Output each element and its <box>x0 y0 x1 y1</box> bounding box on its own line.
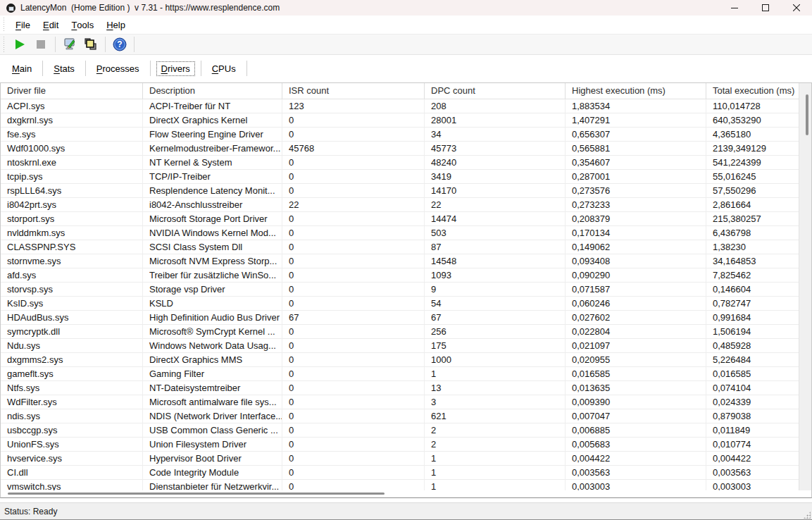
latencymon-window: LatencyMon (Home Edition ) v 7.31 - http… <box>0 0 812 520</box>
menu-edit[interactable]: Edit <box>37 16 65 34</box>
table-header-row: Driver file Description ISR count DPC co… <box>1 83 811 99</box>
table-row[interactable]: hvservice.sys Hypervisor Boot Driver 0 1… <box>1 452 799 466</box>
table-row[interactable]: vmswitch.sys Dienstanbieter für Netzwerk… <box>1 480 799 490</box>
table-row[interactable]: usbccgp.sys USB Common Class Generic ...… <box>1 423 799 438</box>
cell-dpc-count: 14548 <box>425 254 566 268</box>
column-header-driver-file[interactable]: Driver file <box>1 83 143 99</box>
cell-driver-file: storvsp.sys <box>1 283 143 296</box>
report-button[interactable] <box>80 35 101 54</box>
column-header-description[interactable]: Description <box>143 83 282 99</box>
horizontal-scrollbar-thumb[interactable] <box>8 493 385 495</box>
tab-main[interactable]: Main <box>7 61 37 76</box>
cell-total-execution: 0,485928 <box>706 339 799 352</box>
cell-isr-count: 0 <box>282 113 425 127</box>
table-row[interactable]: WdFilter.sys Microsoft antimalware file … <box>1 395 799 409</box>
vertical-scrollbar-thumb[interactable] <box>806 94 808 135</box>
column-header-dpc-count[interactable]: DPC count <box>425 83 566 99</box>
resize-grip[interactable] <box>804 512 811 519</box>
tab-separator <box>150 61 151 76</box>
cell-description: Microsoft® SymCrypt Kernel ... <box>143 325 282 338</box>
table-row[interactable]: dxgkrnl.sys DirectX Graphics Kernel 0 28… <box>1 113 799 128</box>
cell-driver-file: WdFilter.sys <box>1 395 143 409</box>
table-row[interactable]: Wdf01000.sys Kernelmodustreiber-Framewor… <box>1 142 799 156</box>
table-row[interactable]: KsID.sys KSLD 0 54 0,060246 0,782747 <box>1 297 799 311</box>
table-row[interactable]: Ndu.sys Windows Network Data Usag... 0 1… <box>1 339 799 353</box>
cell-description: DirectX Graphics MMS <box>143 353 282 366</box>
cell-dpc-count: 3 <box>425 395 566 409</box>
cell-dpc-count: 1 <box>425 466 566 479</box>
table-row[interactable]: storport.sys Microsoft Storage Port Driv… <box>1 212 799 226</box>
horizontal-scrollbar[interactable] <box>1 490 799 497</box>
table-row[interactable]: UnionFS.sys Union Filesystem Driver 0 2 … <box>1 438 799 452</box>
cell-total-execution: 2,861664 <box>706 198 799 211</box>
menubar-grip[interactable] <box>3 18 5 32</box>
cell-isr-count: 45768 <box>282 142 425 155</box>
cell-highest-execution: 0,149062 <box>566 240 706 254</box>
cell-isr-count: 123 <box>282 99 425 113</box>
cell-isr-count: 0 <box>282 409 425 423</box>
cell-dpc-count: 175 <box>425 339 566 352</box>
window-title: LatencyMon (Home Edition ) v 7.31 - http… <box>20 3 280 13</box>
cell-highest-execution: 0,005683 <box>566 438 706 451</box>
cell-isr-count: 0 <box>282 325 425 338</box>
cell-dpc-count: 22 <box>425 198 566 211</box>
cell-total-execution: 1,506194 <box>706 325 799 338</box>
table-row[interactable]: HDAudBus.sys High Definition Audio Bus D… <box>1 311 799 325</box>
table-row[interactable]: stornvme.sys Microsoft NVM Express Storp… <box>1 254 799 268</box>
cell-isr-count: 0 <box>282 438 425 451</box>
column-header-highest-execution[interactable]: Highest execution (ms) <box>566 83 706 99</box>
cell-dpc-count: 208 <box>425 99 566 113</box>
column-header-total-execution[interactable]: Total execution (ms) <box>706 83 811 99</box>
table-row[interactable]: i8042prt.sys i8042-Anschlusstreiber 22 2… <box>1 198 799 212</box>
table-row[interactable]: nvlddmkm.sys NVIDIA Windows Kernel Mod..… <box>1 226 799 240</box>
start-monitor-button[interactable] <box>9 35 30 54</box>
stop-monitor-button[interactable] <box>30 35 51 54</box>
menu-file[interactable]: File <box>9 16 37 34</box>
close-button[interactable] <box>781 0 812 16</box>
table-row[interactable]: tcpip.sys TCP/IP-Treiber 0 3419 0,287001… <box>1 170 799 184</box>
table-row[interactable]: Ntfs.sys NT-Dateisystemtreiber 0 13 0,01… <box>1 381 799 395</box>
minimize-button[interactable] <box>719 0 750 16</box>
table-body: ACPI.sys ACPI-Treiber für NT 123 208 1,8… <box>1 99 799 490</box>
tabbar: Main Stats Processes Drivers CPUs <box>0 58 812 79</box>
cell-dpc-count: 2 <box>425 423 566 437</box>
table-row[interactable]: CLASSPNP.SYS SCSI Class System Dll 0 87 … <box>1 240 799 254</box>
maximize-button[interactable] <box>750 0 781 16</box>
menu-help[interactable]: Help <box>100 16 132 34</box>
options-button[interactable] <box>59 35 80 54</box>
table-row[interactable]: dxgmms2.sys DirectX Graphics MMS 0 1000 … <box>1 353 799 367</box>
toolbar-grip[interactable] <box>3 37 5 52</box>
table-row[interactable]: storvsp.sys Storage vsp Driver 0 9 0,071… <box>1 283 799 297</box>
monitor-wrench-icon <box>63 37 77 51</box>
cell-driver-file: Wdf01000.sys <box>1 142 143 155</box>
table-row[interactable]: ACPI.sys ACPI-Treiber für NT 123 208 1,8… <box>1 99 799 113</box>
cell-isr-count: 67 <box>282 311 425 324</box>
table-row[interactable]: gameflt.sys Gaming Filter 0 1 0,016585 0… <box>1 367 799 381</box>
column-header-isr-count[interactable]: ISR count <box>282 83 425 99</box>
cell-description: Microsoft antimalware file sys... <box>143 395 282 409</box>
tab-cpus[interactable]: CPUs <box>207 61 241 76</box>
menu-tools[interactable]: Tools <box>65 16 100 34</box>
table-row[interactable]: afd.sys Treiber für zusätzliche WinSo...… <box>1 268 799 283</box>
cell-highest-execution: 0,022804 <box>566 325 706 338</box>
tab-processes[interactable]: Processes <box>92 61 144 76</box>
cell-total-execution: 55,016245 <box>706 170 799 183</box>
cell-description: NT Kernel & System <box>143 156 282 169</box>
table-row[interactable]: fse.sys Flow Steering Engine Driver 0 34… <box>1 128 799 142</box>
cell-isr-count: 0 <box>282 254 425 268</box>
cell-highest-execution: 0,009390 <box>566 395 706 409</box>
cell-driver-file: Ntfs.sys <box>1 381 143 395</box>
tab-drivers[interactable]: Drivers <box>156 61 195 76</box>
table-row[interactable]: CI.dll Code Integrity Module 0 1 0,00356… <box>1 466 799 480</box>
cell-total-execution: 0,991684 <box>706 311 799 324</box>
help-button[interactable]: ? <box>109 35 130 54</box>
table-row[interactable]: rspLLL64.sys Resplendence Latency Monit.… <box>1 184 799 198</box>
table-row[interactable]: symcryptk.dll Microsoft® SymCrypt Kernel… <box>1 325 799 339</box>
vertical-scrollbar[interactable] <box>799 83 811 490</box>
tab-stats[interactable]: Stats <box>49 61 80 76</box>
table-row[interactable]: ndis.sys NDIS (Network Driver Interface.… <box>1 409 799 423</box>
cell-isr-count: 0 <box>282 423 425 437</box>
cell-highest-execution: 0,004422 <box>566 452 706 465</box>
table-row[interactable]: ntoskrnl.exe NT Kernel & System 0 48240 … <box>1 156 799 170</box>
cell-highest-execution: 0,007047 <box>566 409 706 423</box>
